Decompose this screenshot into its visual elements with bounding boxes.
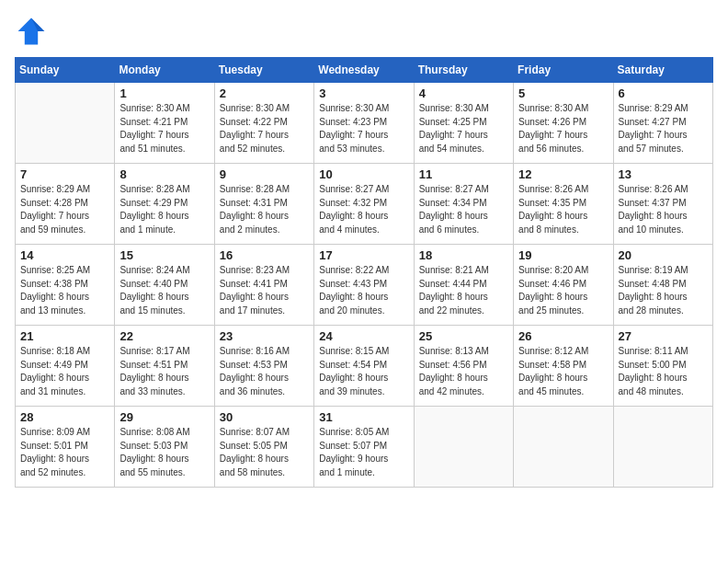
day-info: Sunrise: 8:15 AMSunset: 4:54 PMDaylight:… — [319, 345, 408, 398]
day-info: Sunrise: 8:25 AMSunset: 4:38 PMDaylight:… — [20, 264, 109, 317]
page-header — [15, 15, 713, 48]
day-info: Sunrise: 8:11 AMSunset: 5:00 PMDaylight:… — [619, 345, 708, 398]
calendar-cell: 3Sunrise: 8:30 AMSunset: 4:23 PMDaylight… — [314, 83, 414, 164]
header-saturday: Saturday — [613, 58, 712, 83]
day-number: 3 — [319, 86, 408, 100]
calendar-cell — [613, 407, 712, 488]
day-info: Sunrise: 8:26 AMSunset: 4:37 PMDaylight:… — [619, 183, 708, 236]
calendar-cell: 29Sunrise: 8:08 AMSunset: 5:03 PMDayligh… — [115, 407, 214, 488]
day-number: 19 — [518, 248, 608, 262]
calendar-cell: 24Sunrise: 8:15 AMSunset: 4:54 PMDayligh… — [314, 326, 414, 407]
day-number: 15 — [119, 248, 209, 262]
logo — [15, 15, 51, 48]
day-info: Sunrise: 8:16 AMSunset: 4:53 PMDaylight:… — [220, 345, 309, 398]
calendar-cell: 7Sunrise: 8:29 AMSunset: 4:28 PMDaylight… — [16, 164, 115, 245]
week-row-2: 7Sunrise: 8:29 AMSunset: 4:28 PMDaylight… — [16, 164, 713, 245]
calendar-table: SundayMondayTuesdayWednesdayThursdayFrid… — [15, 57, 713, 488]
header-thursday: Thursday — [414, 58, 513, 83]
header-friday: Friday — [514, 58, 613, 83]
day-info: Sunrise: 8:30 AMSunset: 4:23 PMDaylight:… — [319, 102, 408, 155]
day-number: 23 — [220, 329, 309, 343]
day-number: 28 — [20, 410, 109, 424]
calendar-cell: 2Sunrise: 8:30 AMSunset: 4:22 PMDaylight… — [214, 83, 313, 164]
calendar-cell: 9Sunrise: 8:28 AMSunset: 4:31 PMDaylight… — [214, 164, 313, 245]
day-number: 8 — [119, 167, 209, 181]
calendar-cell: 28Sunrise: 8:09 AMSunset: 5:01 PMDayligh… — [16, 407, 115, 488]
day-number: 10 — [319, 167, 408, 181]
day-number: 13 — [619, 167, 708, 181]
day-number: 29 — [119, 410, 209, 424]
day-number: 12 — [518, 167, 608, 181]
calendar-cell: 27Sunrise: 8:11 AMSunset: 5:00 PMDayligh… — [613, 326, 712, 407]
week-row-5: 28Sunrise: 8:09 AMSunset: 5:01 PMDayligh… — [16, 407, 713, 488]
day-info: Sunrise: 8:30 AMSunset: 4:26 PMDaylight:… — [518, 102, 608, 155]
day-number: 5 — [518, 86, 608, 100]
day-number: 18 — [419, 248, 508, 262]
day-info: Sunrise: 8:20 AMSunset: 4:46 PMDaylight:… — [518, 264, 608, 317]
day-info: Sunrise: 8:17 AMSunset: 4:51 PMDaylight:… — [119, 345, 209, 398]
week-row-3: 14Sunrise: 8:25 AMSunset: 4:38 PMDayligh… — [16, 245, 713, 326]
day-info: Sunrise: 8:26 AMSunset: 4:35 PMDaylight:… — [518, 183, 608, 236]
day-info: Sunrise: 8:12 AMSunset: 4:58 PMDaylight:… — [518, 345, 608, 398]
day-info: Sunrise: 8:30 AMSunset: 4:25 PMDaylight:… — [419, 102, 508, 155]
calendar-cell: 12Sunrise: 8:26 AMSunset: 4:35 PMDayligh… — [514, 164, 613, 245]
calendar-cell: 6Sunrise: 8:29 AMSunset: 4:27 PMDaylight… — [613, 83, 712, 164]
day-number: 21 — [20, 329, 109, 343]
day-info: Sunrise: 8:23 AMSunset: 4:41 PMDaylight:… — [220, 264, 309, 317]
header-monday: Monday — [115, 58, 214, 83]
day-info: Sunrise: 8:24 AMSunset: 4:40 PMDaylight:… — [119, 264, 209, 317]
calendar-cell: 22Sunrise: 8:17 AMSunset: 4:51 PMDayligh… — [115, 326, 214, 407]
day-number: 16 — [220, 248, 309, 262]
day-info: Sunrise: 8:05 AMSunset: 5:07 PMDaylight:… — [319, 426, 408, 479]
header-sunday: Sunday — [16, 58, 115, 83]
day-info: Sunrise: 8:07 AMSunset: 5:05 PMDaylight:… — [220, 426, 309, 479]
day-number: 11 — [419, 167, 508, 181]
day-info: Sunrise: 8:19 AMSunset: 4:48 PMDaylight:… — [619, 264, 708, 317]
calendar-cell: 26Sunrise: 8:12 AMSunset: 4:58 PMDayligh… — [514, 326, 613, 407]
day-number: 25 — [419, 329, 508, 343]
day-number: 6 — [619, 86, 708, 100]
day-number: 22 — [119, 329, 209, 343]
calendar-cell — [414, 407, 513, 488]
day-number: 9 — [220, 167, 309, 181]
calendar-cell: 8Sunrise: 8:28 AMSunset: 4:29 PMDaylight… — [115, 164, 214, 245]
day-info: Sunrise: 8:09 AMSunset: 5:01 PMDaylight:… — [20, 426, 109, 479]
day-info: Sunrise: 8:28 AMSunset: 4:29 PMDaylight:… — [119, 183, 209, 236]
day-info: Sunrise: 8:27 AMSunset: 4:32 PMDaylight:… — [319, 183, 408, 236]
header-wednesday: Wednesday — [314, 58, 414, 83]
day-info: Sunrise: 8:13 AMSunset: 4:56 PMDaylight:… — [419, 345, 508, 398]
calendar-cell: 17Sunrise: 8:22 AMSunset: 4:43 PMDayligh… — [314, 245, 414, 326]
day-number: 7 — [20, 167, 109, 181]
calendar-cell: 21Sunrise: 8:18 AMSunset: 4:49 PMDayligh… — [16, 326, 115, 407]
calendar-cell: 1Sunrise: 8:30 AMSunset: 4:21 PMDaylight… — [115, 83, 214, 164]
day-number: 17 — [319, 248, 408, 262]
day-info: Sunrise: 8:28 AMSunset: 4:31 PMDaylight:… — [220, 183, 309, 236]
calendar-cell: 13Sunrise: 8:26 AMSunset: 4:37 PMDayligh… — [613, 164, 712, 245]
calendar-cell: 18Sunrise: 8:21 AMSunset: 4:44 PMDayligh… — [414, 245, 513, 326]
calendar-cell: 15Sunrise: 8:24 AMSunset: 4:40 PMDayligh… — [115, 245, 214, 326]
calendar-cell: 31Sunrise: 8:05 AMSunset: 5:07 PMDayligh… — [314, 407, 414, 488]
calendar-header-row: SundayMondayTuesdayWednesdayThursdayFrid… — [16, 58, 713, 83]
calendar-cell: 20Sunrise: 8:19 AMSunset: 4:48 PMDayligh… — [613, 245, 712, 326]
day-number: 4 — [419, 86, 508, 100]
calendar-cell — [16, 83, 115, 164]
calendar-cell: 10Sunrise: 8:27 AMSunset: 4:32 PMDayligh… — [314, 164, 414, 245]
day-info: Sunrise: 8:30 AMSunset: 4:22 PMDaylight:… — [220, 102, 309, 155]
day-number: 31 — [319, 410, 408, 424]
day-number: 20 — [619, 248, 708, 262]
calendar-cell: 14Sunrise: 8:25 AMSunset: 4:38 PMDayligh… — [16, 245, 115, 326]
day-info: Sunrise: 8:29 AMSunset: 4:28 PMDaylight:… — [20, 183, 109, 236]
calendar-cell: 16Sunrise: 8:23 AMSunset: 4:41 PMDayligh… — [214, 245, 313, 326]
day-info: Sunrise: 8:22 AMSunset: 4:43 PMDaylight:… — [319, 264, 408, 317]
day-number: 14 — [20, 248, 109, 262]
calendar-cell: 30Sunrise: 8:07 AMSunset: 5:05 PMDayligh… — [214, 407, 313, 488]
day-info: Sunrise: 8:21 AMSunset: 4:44 PMDaylight:… — [419, 264, 508, 317]
logo-icon — [15, 15, 48, 48]
day-info: Sunrise: 8:30 AMSunset: 4:21 PMDaylight:… — [119, 102, 209, 155]
calendar-cell — [514, 407, 613, 488]
day-info: Sunrise: 8:29 AMSunset: 4:27 PMDaylight:… — [619, 102, 708, 155]
calendar-cell: 25Sunrise: 8:13 AMSunset: 4:56 PMDayligh… — [414, 326, 513, 407]
day-number: 2 — [220, 86, 309, 100]
header-tuesday: Tuesday — [214, 58, 313, 83]
day-info: Sunrise: 8:27 AMSunset: 4:34 PMDaylight:… — [419, 183, 508, 236]
